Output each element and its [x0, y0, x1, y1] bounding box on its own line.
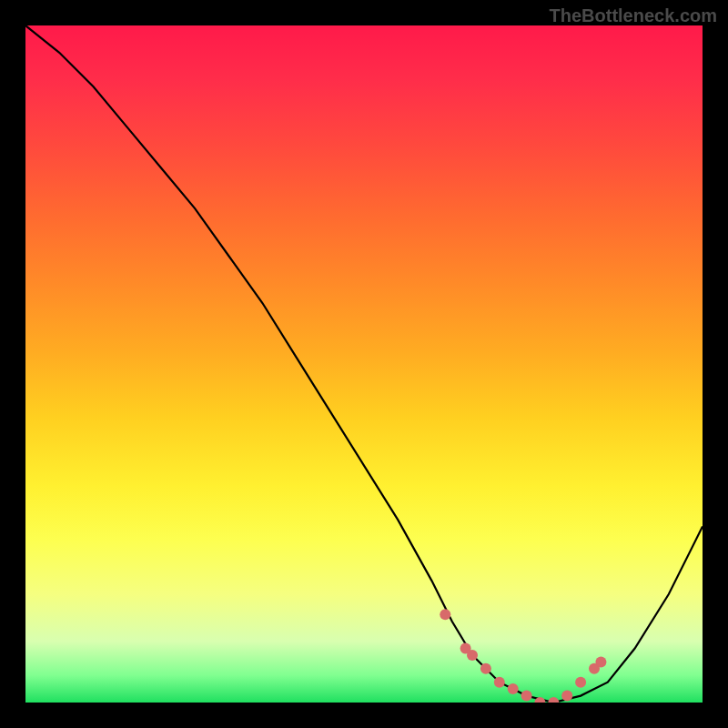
chart-svg [25, 25, 703, 703]
highlight-dots-group [440, 609, 606, 703]
highlight-dot [480, 663, 491, 674]
highlight-dot [575, 677, 586, 688]
highlight-dot [440, 609, 450, 620]
highlight-dot [595, 656, 606, 667]
highlight-dot [494, 677, 505, 688]
highlight-dot [508, 683, 519, 694]
watermark-label: TheBottleneck.com [550, 5, 717, 26]
highlight-dot [561, 691, 572, 702]
highlight-dot [548, 697, 559, 703]
highlight-dot [467, 650, 478, 661]
plot-area [25, 25, 703, 703]
bottleneck-curve-line [25, 25, 703, 703]
highlight-dot [521, 691, 532, 702]
